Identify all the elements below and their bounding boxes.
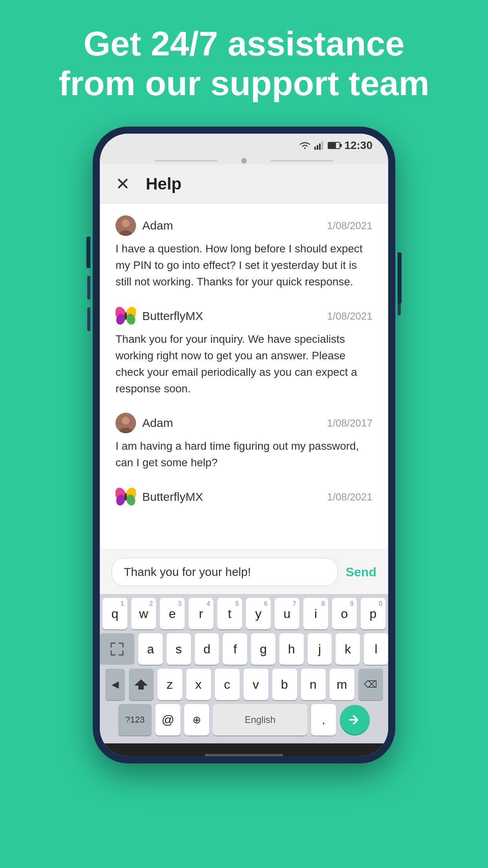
message-block-4: ButterflyMX 1/08/2021 xyxy=(116,487,372,507)
svg-rect-1 xyxy=(317,145,318,150)
message-block-3: Adam 1/08/2017 I am having a hard time f… xyxy=(116,413,372,471)
enter-key[interactable] xyxy=(340,705,370,735)
expand-icon[interactable] xyxy=(100,633,134,665)
input-area: Thank you for your help! Send xyxy=(100,550,388,594)
svg-rect-2 xyxy=(319,143,321,150)
key-a[interactable]: a xyxy=(138,633,163,665)
sender-info-4: ButterflyMX xyxy=(116,487,203,507)
battery-icon xyxy=(328,142,340,149)
phone-bottom-bar xyxy=(100,743,388,756)
key-w[interactable]: 2w xyxy=(131,598,156,629)
message-header-2: ButterflyMX 1/08/2021 xyxy=(116,306,372,326)
svg-point-13 xyxy=(122,417,130,425)
message-header-4: ButterflyMX 1/08/2021 xyxy=(116,487,372,507)
message-date-3: 1/08/2017 xyxy=(327,417,372,429)
sym-key[interactable]: ?123 xyxy=(118,704,152,736)
phone-screen: 12:30 ✕ Help xyxy=(100,134,388,756)
key-q[interactable]: 1q xyxy=(103,598,127,629)
shift-key[interactable] xyxy=(129,669,154,700)
hero-text: Get 24/7 assistance from our support tea… xyxy=(0,0,488,119)
input-text: Thank you for your help! xyxy=(124,565,251,578)
svg-rect-3 xyxy=(321,141,323,150)
app-title: Help xyxy=(146,175,182,193)
key-l[interactable]: l xyxy=(364,633,388,665)
key-z[interactable]: z xyxy=(158,669,182,700)
sender-info-3: Adam xyxy=(116,413,173,433)
hero-section: Get 24/7 assistance from our support tea… xyxy=(0,0,488,119)
keyboard-row-1: 1q 2w 3e 4r 5t 6y 7u 8i 9o 0p xyxy=(100,598,388,629)
key-s[interactable]: s xyxy=(167,633,191,665)
key-h[interactable]: h xyxy=(279,633,304,665)
space-key[interactable]: English xyxy=(213,704,307,736)
notch-line-2 xyxy=(270,160,333,162)
app-header: ✕ Help xyxy=(100,164,388,204)
status-bar: 12:30 xyxy=(100,134,388,157)
key-t[interactable]: 5t xyxy=(217,598,242,629)
send-button[interactable]: Send xyxy=(346,565,376,579)
key-p[interactable]: 0p xyxy=(361,598,385,629)
key-c[interactable]: c xyxy=(215,669,240,700)
message-date-4: 1/08/2021 xyxy=(327,491,372,503)
key-m[interactable]: m xyxy=(330,669,354,700)
message-block-1: Adam 1/08/2021 I have a question. How lo… xyxy=(116,215,372,290)
svg-point-19 xyxy=(125,493,127,501)
avatar-adam-1 xyxy=(116,215,136,236)
globe-key[interactable]: ⊕ xyxy=(184,704,209,736)
close-button[interactable]: ✕ xyxy=(116,175,130,193)
key-n[interactable]: n xyxy=(301,669,326,700)
message-text-1: I have a question. How long before I sho… xyxy=(116,241,372,290)
svg-point-5 xyxy=(122,219,130,227)
status-time: 12:30 xyxy=(344,139,372,152)
message-text-3: I am having a hard time figuring out my … xyxy=(116,438,372,471)
message-header-1: Adam 1/08/2021 xyxy=(116,215,372,236)
key-f[interactable]: f xyxy=(223,633,247,665)
chat-area: Adam 1/08/2021 I have a question. How lo… xyxy=(100,204,388,550)
at-key[interactable]: @ xyxy=(156,704,180,736)
delete-key[interactable]: ⌫ xyxy=(358,669,383,700)
sender-name-bmx-2: ButterflyMX xyxy=(142,490,203,504)
key-g[interactable]: g xyxy=(251,633,275,665)
key-x[interactable]: x xyxy=(186,669,211,700)
key-r[interactable]: 4r xyxy=(189,598,213,629)
left-arrow-button[interactable]: ◀ xyxy=(105,669,125,700)
key-i[interactable]: 8i xyxy=(303,598,328,629)
home-indicator xyxy=(205,754,283,756)
keyboard: 1q 2w 3e 4r 5t 6y 7u 8i 9o 0p xyxy=(100,594,388,743)
keyboard-row-3: ◀ z x c v b n m ⌫ xyxy=(100,669,388,700)
phone-mockup: 12:30 ✕ Help xyxy=(0,119,488,763)
key-d[interactable]: d xyxy=(195,633,219,665)
butterfly-logo-1 xyxy=(116,306,136,326)
key-o[interactable]: 9o xyxy=(332,598,357,629)
key-u[interactable]: 7u xyxy=(275,598,299,629)
sender-name-bmx-1: ButterflyMX xyxy=(142,309,203,323)
avatar-adam-2 xyxy=(116,413,136,433)
svg-rect-20 xyxy=(138,688,144,690)
volume-up-button xyxy=(87,276,90,300)
phone-outer-shell: 12:30 ✕ Help xyxy=(93,127,395,763)
svg-rect-0 xyxy=(314,147,316,150)
front-camera xyxy=(241,158,247,164)
status-icons: 12:30 xyxy=(299,139,372,152)
message-date-2: 1/08/2021 xyxy=(327,310,372,322)
volume-down-button xyxy=(87,307,90,331)
signal-icon xyxy=(314,141,324,150)
key-k[interactable]: k xyxy=(336,633,360,665)
keyboard-bottom-row: ?123 @ ⊕ English . xyxy=(100,704,388,739)
key-j[interactable]: j xyxy=(308,633,332,665)
key-y[interactable]: 6y xyxy=(246,598,271,629)
message-text-2: Thank you for your inquiry. We have spec… xyxy=(116,331,372,397)
key-v[interactable]: v xyxy=(244,669,268,700)
key-e[interactable]: 3e xyxy=(160,598,185,629)
message-header-3: Adam 1/08/2017 xyxy=(116,413,372,433)
message-input[interactable]: Thank you for your help! xyxy=(112,558,338,586)
sender-name-adam-2: Adam xyxy=(142,416,173,430)
hero-line2: from our support team xyxy=(59,64,429,103)
period-key[interactable]: . xyxy=(311,704,336,736)
message-date-1: 1/08/2021 xyxy=(327,220,372,232)
key-b[interactable]: b xyxy=(272,669,297,700)
sender-info-1: Adam xyxy=(116,215,173,236)
hero-line1: Get 24/7 assistance xyxy=(84,24,405,63)
svg-point-11 xyxy=(125,312,127,320)
sender-info-2: ButterflyMX xyxy=(116,306,203,326)
sender-name-adam-1: Adam xyxy=(142,219,173,232)
